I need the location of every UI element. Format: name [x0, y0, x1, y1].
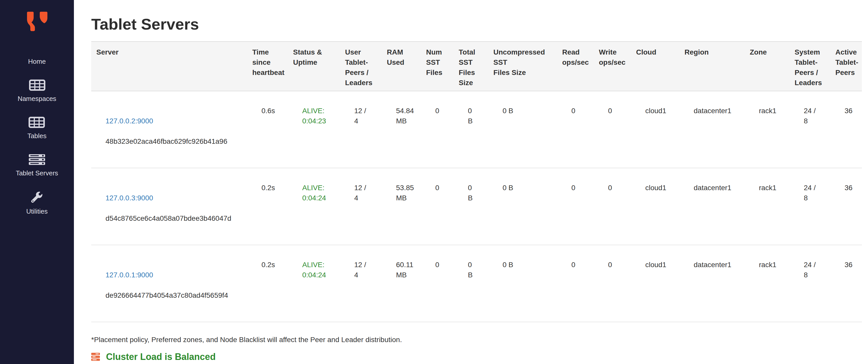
server-uuid: d54c8765ce6c4a058a07bdee3b46047d — [105, 213, 246, 223]
sidebar-item-label: Home — [28, 58, 45, 65]
status-uptime-cell: ALIVE: 0:04:24 — [288, 245, 340, 322]
sidebar-item-label: Utilities — [26, 208, 48, 215]
grid-icon — [29, 80, 45, 91]
column-header-total-sst: Total SST Files Size — [454, 41, 488, 91]
system-peers-cell: 24 / 8 — [789, 245, 830, 322]
region-cell: datacenter1 — [679, 168, 745, 245]
ram-used-cell: 54.84 MB — [382, 91, 421, 168]
ram-used-cell: 53.85 MB — [382, 168, 421, 245]
num-sst-cell: 0 — [421, 245, 454, 322]
server-address-link[interactable]: 127.0.0.2:9000 — [105, 116, 246, 126]
write-ops-cell: 0 — [594, 245, 631, 322]
active-peers-cell: 36 — [830, 168, 862, 245]
table-row: 127.0.0.2:9000 48b323e02aca46fbac629fc92… — [91, 91, 862, 168]
heartbeat-cell: 0.2s — [247, 245, 288, 322]
zone-cell: rack1 — [745, 91, 789, 168]
zone-cell: rack1 — [745, 168, 789, 245]
server-address-link[interactable]: 127.0.0.3:9000 — [105, 193, 246, 203]
status-uptime-cell: ALIVE: 0:04:24 — [288, 168, 340, 245]
read-ops-cell: 0 — [557, 245, 594, 322]
active-peers-cell: 36 — [830, 245, 862, 322]
total-sst-cell: 0 B — [454, 91, 488, 168]
column-header-system-peers: System Tablet- Peers / Leaders — [789, 41, 830, 91]
yugabyte-logo-icon[interactable] — [25, 11, 49, 33]
column-header-cloud: Cloud — [631, 41, 679, 91]
uncompressed-sst-cell: 0 B — [488, 168, 557, 245]
cloud-cell: cloud1 — [631, 91, 679, 168]
heartbeat-cell: 0.6s — [247, 91, 288, 168]
tablet-servers-table-header: Server Time since heartbeat Status & Upt… — [91, 41, 862, 91]
sidebar-item-label: Namespaces — [18, 95, 56, 102]
column-header-server: Server — [91, 41, 247, 91]
region-cell: datacenter1 — [679, 91, 745, 168]
server-uuid: 48b323e02aca46fbac629fc926b41a96 — [105, 136, 246, 146]
column-header-zone: Zone — [745, 41, 789, 91]
read-ops-cell: 0 — [557, 168, 594, 245]
column-header-region: Region — [679, 41, 745, 91]
num-sst-cell: 0 — [421, 91, 454, 168]
total-sst-cell: 0 B — [454, 168, 488, 245]
sidebar-item-home[interactable]: Home — [28, 58, 45, 65]
sidebar-item-tables[interactable]: Tables — [27, 117, 46, 140]
user-peers-cell: 12 / 4 — [340, 245, 382, 322]
table-row: 127.0.0.3:9000 d54c8765ce6c4a058a07bdee3… — [91, 168, 862, 245]
ram-used-cell: 60.11 MB — [382, 245, 421, 322]
table-row: 127.0.0.1:9000 de926664477b4054a37c80ad4… — [91, 245, 862, 322]
heartbeat-cell: 0.2s — [247, 168, 288, 245]
total-sst-cell: 0 B — [454, 245, 488, 322]
cloud-cell: cloud1 — [631, 168, 679, 245]
placement-footnote: *Placement policy, Preferred zones, and … — [91, 334, 868, 345]
column-header-ram-used: RAM Used — [382, 41, 421, 91]
server-address-link[interactable]: 127.0.0.1:9000 — [105, 270, 246, 280]
region-cell: datacenter1 — [679, 245, 745, 322]
column-header-num-sst: Num SST Files — [421, 41, 454, 91]
server-cell: 127.0.0.2:9000 48b323e02aca46fbac629fc92… — [91, 91, 247, 168]
user-peers-cell: 12 / 4 — [340, 91, 382, 168]
column-header-user-peers: User Tablet- Peers / Leaders — [340, 41, 382, 91]
column-header-read-ops: Read ops/sec — [557, 41, 594, 91]
write-ops-cell: 0 — [594, 91, 631, 168]
wrench-icon — [31, 191, 43, 204]
cluster-load-status: Cluster Load is Balanced — [91, 351, 868, 362]
user-peers-cell: 12 / 4 — [340, 168, 382, 245]
sidebar-item-namespaces[interactable]: Namespaces — [18, 80, 56, 102]
main-content: Tablet Servers Server Time since heartbe… — [74, 0, 868, 364]
server-cell: 127.0.0.1:9000 de926664477b4054a37c80ad4… — [91, 245, 247, 322]
read-ops-cell: 0 — [557, 91, 594, 168]
sidebar: Home Namespaces Tables — [0, 0, 74, 364]
column-header-write-ops: Write ops/sec — [594, 41, 631, 91]
uncompressed-sst-cell: 0 B — [488, 91, 557, 168]
sidebar-item-tablet-servers[interactable]: Tablet Servers — [16, 154, 58, 177]
server-stack-icon — [91, 353, 100, 361]
num-sst-cell: 0 — [421, 168, 454, 245]
column-header-uncompressed-sst: Uncompressed SST Files Size — [488, 41, 557, 91]
server-cell: 127.0.0.3:9000 d54c8765ce6c4a058a07bdee3… — [91, 168, 247, 245]
cloud-cell: cloud1 — [631, 245, 679, 322]
system-peers-cell: 24 / 8 — [789, 91, 830, 168]
grid-icon — [29, 117, 45, 128]
sidebar-item-label: Tablet Servers — [16, 169, 58, 177]
server-uuid: de926664477b4054a37c80ad4f5659f4 — [105, 290, 246, 300]
server-stack-icon — [29, 154, 45, 165]
sidebar-item-utilities[interactable]: Utilities — [26, 191, 48, 215]
page-title: Tablet Servers — [91, 15, 868, 34]
zone-cell: rack1 — [745, 245, 789, 322]
column-header-heartbeat: Time since heartbeat — [247, 41, 288, 91]
status-uptime-cell: ALIVE: 0:04:23 — [288, 91, 340, 168]
app-window: Home Namespaces Tables — [0, 0, 868, 364]
uncompressed-sst-cell: 0 B — [488, 245, 557, 322]
write-ops-cell: 0 — [594, 168, 631, 245]
column-header-active-peers: Active Tablet- Peers — [830, 41, 862, 91]
sidebar-item-label: Tables — [27, 132, 46, 140]
cluster-load-status-label: Cluster Load is Balanced — [106, 351, 216, 362]
system-peers-cell: 24 / 8 — [789, 168, 830, 245]
active-peers-cell: 36 — [830, 91, 862, 168]
tablet-servers-table: Server Time since heartbeat Status & Upt… — [91, 41, 862, 322]
column-header-status-uptime: Status & Uptime — [288, 41, 340, 91]
